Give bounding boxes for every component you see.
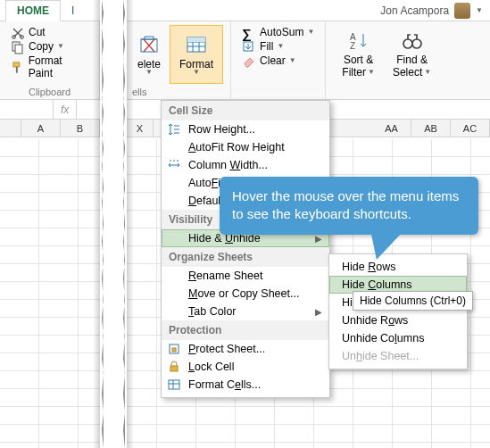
scissors-icon xyxy=(11,26,25,38)
menu-head-cellsize: Cell Size xyxy=(162,101,329,120)
instruction-callout: Hover the mouse over the menu items to s… xyxy=(220,177,478,235)
copy-dropdown-icon[interactable]: ▼ xyxy=(57,45,64,49)
format-dropdown-icon[interactable]: ▼ xyxy=(193,71,200,75)
find-label: Find & xyxy=(396,54,428,66)
col-header[interactable]: AA xyxy=(372,120,411,137)
menu-autofit-row[interactable]: AutoFit Row Height xyxy=(162,138,329,156)
svg-rect-15 xyxy=(172,348,176,352)
menu-tab-color[interactable]: Tab Color ▶ xyxy=(162,303,329,320)
torn-edge xyxy=(100,0,127,448)
menu-col-width[interactable]: Column Width... xyxy=(162,156,329,174)
clear-label: Clear xyxy=(260,54,286,67)
menu-protect-sheet[interactable]: Protect Sheet... xyxy=(162,340,329,358)
clear-button[interactable]: Clear ▼ xyxy=(238,54,318,68)
menu-move-copy-label: Move or Copy Sheet... xyxy=(188,287,299,300)
select-label: Select xyxy=(393,67,422,79)
autosum-button[interactable]: ∑ AutoSum ▼ xyxy=(238,25,318,39)
submenu-unhide-cols[interactable]: Unhide Columns xyxy=(329,329,467,347)
submenu-unhide-sheet: Unhide Sheet... xyxy=(329,347,467,365)
submenu-unhide-sheet-label: Unhide Sheet... xyxy=(342,350,419,362)
menu-rename-label: Rename Sheet xyxy=(188,270,262,282)
lock-icon xyxy=(167,360,181,374)
format-icon xyxy=(186,34,207,55)
fill-icon xyxy=(242,40,256,53)
fx-icon[interactable]: fx xyxy=(54,100,77,119)
autosum-label: AutoSum xyxy=(260,26,303,38)
find-select-button[interactable]: Find & Select▼ xyxy=(384,25,440,84)
menu-format-cells[interactable]: Format Cells... xyxy=(162,376,329,394)
svg-point-13 xyxy=(412,39,421,48)
sort-icon: AZ xyxy=(348,30,370,52)
user-name: Jon Acampora xyxy=(380,4,449,17)
editing-pad2 xyxy=(333,85,440,97)
format-button[interactable]: Format ▼ xyxy=(170,25,223,84)
format-painter-button[interactable]: Format Paint xyxy=(7,54,92,80)
sort-label: Sort & xyxy=(344,54,373,66)
menu-col-width-label: Column Width... xyxy=(188,159,268,171)
col-width-icon xyxy=(167,158,181,172)
filter-label: Filter xyxy=(342,67,366,79)
delete-button[interactable]: elete ▼ xyxy=(129,25,170,84)
menu-autofit-row-label: AutoFit Row Height xyxy=(188,141,285,153)
menu-format-cells-label: Format Cells... xyxy=(188,378,261,391)
editing-group-pad xyxy=(238,85,318,97)
cut-label: Cut xyxy=(29,26,46,38)
user-dropdown-icon[interactable]: ▼ xyxy=(476,9,483,13)
svg-rect-16 xyxy=(170,366,178,371)
menu-protect-sheet-label: Protect Sheet... xyxy=(188,343,265,355)
hide-unhide-submenu: Hide Rows Hide Columns Hide Sheet Unhide… xyxy=(328,253,468,369)
menu-head-protection: Protection xyxy=(162,320,329,340)
submenu-unhide-rows[interactable]: Unhide Rows xyxy=(329,311,467,329)
clipboard-group-label: Clipboard xyxy=(7,85,92,97)
tooltip-hide-columns: Hide Columns (Ctrl+0) xyxy=(353,291,473,311)
col-header[interactable]: AC xyxy=(451,120,490,137)
submenu-arrow-icon: ▶ xyxy=(315,234,322,244)
menu-row-height-label: Row Height... xyxy=(188,123,255,136)
sigma-icon: ∑ xyxy=(242,26,256,38)
submenu-hide-columns-label: Hide Columns xyxy=(342,278,412,291)
select-all-corner[interactable] xyxy=(0,120,21,137)
submenu-hide-rows[interactable]: Hide Rows xyxy=(329,258,467,276)
cut-button[interactable]: Cut xyxy=(7,25,92,39)
col-header[interactable]: A xyxy=(21,120,61,137)
fill-button[interactable]: Fill ▼ xyxy=(238,39,318,54)
menu-rename-sheet[interactable]: Rename Sheet xyxy=(162,267,329,285)
cells-group-label: ells xyxy=(129,85,223,97)
svg-rect-3 xyxy=(15,45,22,54)
submenu-hide-rows-label: Hide Rows xyxy=(342,261,395,273)
svg-point-12 xyxy=(403,39,412,48)
delete-dropdown-icon[interactable]: ▼ xyxy=(145,71,153,75)
svg-rect-4 xyxy=(13,62,20,67)
col-header[interactable]: AB xyxy=(411,120,451,137)
svg-rect-17 xyxy=(169,380,179,389)
sort-filter-button[interactable]: AZ Sort & Filter▼ xyxy=(333,25,384,84)
fill-dropdown-icon[interactable]: ▼ xyxy=(277,45,284,49)
menu-row-height[interactable]: Row Height... xyxy=(162,120,329,138)
menu-tab-color-label: Tab Color xyxy=(188,305,237,318)
fill-label: Fill xyxy=(260,40,273,53)
menu-lock-cell-label: Lock Cell xyxy=(188,361,234,373)
menu-head-organize: Organize Sheets xyxy=(162,247,329,267)
copy-button[interactable]: Copy ▼ xyxy=(7,39,92,54)
find-dropdown-icon[interactable]: ▼ xyxy=(424,71,431,75)
format-menu: Cell Size Row Height... AutoFit Row Heig… xyxy=(161,100,330,398)
avatar[interactable] xyxy=(454,3,470,19)
copy-label: Copy xyxy=(29,40,54,53)
clear-dropdown-icon[interactable]: ▼ xyxy=(289,59,296,63)
format-cells-icon xyxy=(167,377,181,392)
svg-rect-5 xyxy=(16,67,18,73)
binoculars-icon xyxy=(402,30,423,52)
menu-lock-cell[interactable]: Lock Cell xyxy=(162,358,329,376)
paintbrush-icon xyxy=(11,61,25,73)
tab-second-fragment[interactable]: I xyxy=(61,1,85,21)
submenu-unhide-cols-label: Unhide Columns xyxy=(342,332,424,344)
svg-text:Z: Z xyxy=(350,41,355,51)
autosum-dropdown-icon[interactable]: ▼ xyxy=(307,30,314,35)
sort-dropdown-icon[interactable]: ▼ xyxy=(368,71,375,75)
shield-icon xyxy=(167,342,181,356)
tab-home[interactable]: HOME xyxy=(5,0,61,21)
row-height-icon xyxy=(167,122,181,137)
svg-rect-8 xyxy=(187,37,205,42)
delete-icon xyxy=(138,34,160,55)
menu-move-copy[interactable]: Move or Copy Sheet... xyxy=(162,285,329,303)
